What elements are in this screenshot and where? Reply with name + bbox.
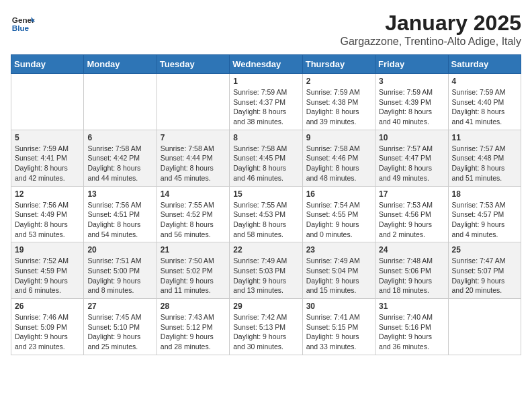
day-number: 5 — [15, 133, 80, 142]
day-info: Sunrise: 7:55 AM Sunset: 4:52 PM Dayligh… — [161, 200, 226, 240]
day-number: 28 — [161, 302, 226, 311]
day-info: Sunrise: 7:57 AM Sunset: 4:47 PM Dayligh… — [379, 144, 444, 183]
day-info: Sunrise: 7:58 AM Sunset: 4:42 PM Dayligh… — [87, 144, 152, 183]
calendar-cell: 29Sunrise: 7:42 AM Sunset: 5:13 PM Dayli… — [230, 299, 302, 355]
column-header-sunday: Sunday — [11, 55, 84, 74]
day-info: Sunrise: 7:52 AM Sunset: 4:59 PM Dayligh… — [15, 256, 80, 295]
day-info: Sunrise: 7:40 AM Sunset: 5:16 PM Dayligh… — [379, 312, 444, 352]
calendar-cell: 7Sunrise: 7:58 AM Sunset: 4:44 PM Daylig… — [157, 130, 229, 186]
calendar-cell: 28Sunrise: 7:43 AM Sunset: 5:12 PM Dayli… — [157, 299, 229, 355]
day-info: Sunrise: 7:59 AM Sunset: 4:41 PM Dayligh… — [15, 144, 80, 183]
day-info: Sunrise: 7:58 AM Sunset: 4:44 PM Dayligh… — [161, 144, 226, 183]
day-number: 1 — [233, 77, 298, 86]
calendar-week-row: 12Sunrise: 7:56 AM Sunset: 4:49 PM Dayli… — [11, 186, 521, 242]
day-info: Sunrise: 7:59 AM Sunset: 4:37 PM Dayligh… — [233, 87, 298, 127]
calendar-cell: 6Sunrise: 7:58 AM Sunset: 4:42 PM Daylig… — [84, 130, 157, 186]
day-info: Sunrise: 7:49 AM Sunset: 5:03 PM Dayligh… — [233, 256, 298, 295]
calendar-cell: 9Sunrise: 7:58 AM Sunset: 4:46 PM Daylig… — [302, 130, 375, 186]
column-header-saturday: Saturday — [448, 55, 521, 74]
calendar-cell: 20Sunrise: 7:51 AM Sunset: 5:00 PM Dayli… — [84, 242, 157, 299]
svg-text:Blue: Blue — [12, 24, 30, 32]
calendar-table: SundayMondayTuesdayWednesdayThursdayFrid… — [11, 54, 521, 355]
day-number: 25 — [452, 245, 517, 255]
calendar-cell — [157, 74, 229, 130]
day-info: Sunrise: 7:53 AM Sunset: 4:56 PM Dayligh… — [379, 200, 444, 240]
day-number: 12 — [15, 189, 80, 199]
column-header-wednesday: Wednesday — [230, 55, 302, 74]
day-number: 21 — [161, 245, 226, 255]
day-info: Sunrise: 7:56 AM Sunset: 4:51 PM Dayligh… — [87, 200, 152, 240]
calendar-cell: 31Sunrise: 7:40 AM Sunset: 5:16 PM Dayli… — [375, 299, 448, 355]
day-number: 7 — [161, 133, 226, 142]
calendar-week-row: 5Sunrise: 7:59 AM Sunset: 4:41 PM Daylig… — [11, 130, 521, 186]
day-info: Sunrise: 7:46 AM Sunset: 5:09 PM Dayligh… — [15, 312, 80, 352]
day-info: Sunrise: 7:47 AM Sunset: 5:07 PM Dayligh… — [452, 256, 517, 295]
calendar-cell: 1Sunrise: 7:59 AM Sunset: 4:37 PM Daylig… — [230, 74, 302, 130]
calendar-week-row: 26Sunrise: 7:46 AM Sunset: 5:09 PM Dayli… — [11, 299, 521, 355]
day-info: Sunrise: 7:48 AM Sunset: 5:06 PM Dayligh… — [379, 256, 444, 295]
calendar-cell: 26Sunrise: 7:46 AM Sunset: 5:09 PM Dayli… — [11, 299, 84, 355]
calendar-cell: 22Sunrise: 7:49 AM Sunset: 5:03 PM Dayli… — [230, 242, 302, 299]
day-info: Sunrise: 7:56 AM Sunset: 4:49 PM Dayligh… — [15, 200, 80, 240]
page-header: General Blue January 2025 Gargazzone, Tr… — [11, 11, 521, 48]
day-number: 16 — [306, 189, 371, 199]
calendar-cell: 30Sunrise: 7:41 AM Sunset: 5:15 PM Dayli… — [302, 299, 375, 355]
column-header-thursday: Thursday — [302, 55, 375, 74]
day-number: 27 — [87, 302, 152, 311]
column-header-monday: Monday — [84, 55, 157, 74]
day-info: Sunrise: 7:58 AM Sunset: 4:46 PM Dayligh… — [306, 144, 371, 183]
day-number: 31 — [379, 302, 444, 311]
calendar-cell: 23Sunrise: 7:49 AM Sunset: 5:04 PM Dayli… — [302, 242, 375, 299]
calendar-cell: 16Sunrise: 7:54 AM Sunset: 4:55 PM Dayli… — [302, 186, 375, 242]
calendar-cell: 10Sunrise: 7:57 AM Sunset: 4:47 PM Dayli… — [375, 130, 448, 186]
day-number: 2 — [306, 77, 371, 86]
day-number: 29 — [233, 302, 298, 311]
calendar-header-row: SundayMondayTuesdayWednesdayThursdayFrid… — [11, 55, 521, 74]
column-header-friday: Friday — [375, 55, 448, 74]
calendar-week-row: 1Sunrise: 7:59 AM Sunset: 4:37 PM Daylig… — [11, 74, 521, 130]
calendar-cell: 5Sunrise: 7:59 AM Sunset: 4:41 PM Daylig… — [11, 130, 84, 186]
day-info: Sunrise: 7:55 AM Sunset: 4:53 PM Dayligh… — [233, 200, 298, 240]
day-number: 15 — [233, 189, 298, 199]
day-number: 20 — [87, 245, 152, 255]
logo: General Blue — [11, 11, 35, 35]
day-number: 18 — [452, 189, 517, 199]
day-number: 9 — [306, 133, 371, 142]
day-number: 17 — [379, 189, 444, 199]
calendar-cell: 24Sunrise: 7:48 AM Sunset: 5:06 PM Dayli… — [375, 242, 448, 299]
day-number: 30 — [306, 302, 371, 311]
day-info: Sunrise: 7:57 AM Sunset: 4:48 PM Dayligh… — [452, 144, 517, 183]
day-info: Sunrise: 7:58 AM Sunset: 4:45 PM Dayligh… — [233, 144, 298, 183]
day-number: 3 — [379, 77, 444, 86]
day-info: Sunrise: 7:49 AM Sunset: 5:04 PM Dayligh… — [306, 256, 371, 295]
calendar-cell: 8Sunrise: 7:58 AM Sunset: 4:45 PM Daylig… — [230, 130, 302, 186]
calendar-cell: 11Sunrise: 7:57 AM Sunset: 4:48 PM Dayli… — [448, 130, 521, 186]
day-number: 24 — [379, 245, 444, 255]
logo-icon: General Blue — [11, 11, 35, 35]
calendar-cell: 13Sunrise: 7:56 AM Sunset: 4:51 PM Dayli… — [84, 186, 157, 242]
day-number: 22 — [233, 245, 298, 255]
page-title: January 2025 — [341, 11, 521, 36]
day-info: Sunrise: 7:51 AM Sunset: 5:00 PM Dayligh… — [87, 256, 152, 295]
page-subtitle: Gargazzone, Trentino-Alto Adige, Italy — [341, 36, 521, 48]
day-number: 26 — [15, 302, 80, 311]
day-info: Sunrise: 7:43 AM Sunset: 5:12 PM Dayligh… — [161, 312, 226, 352]
day-info: Sunrise: 7:59 AM Sunset: 4:40 PM Dayligh… — [452, 87, 517, 127]
day-number: 13 — [87, 189, 152, 199]
calendar-cell: 21Sunrise: 7:50 AM Sunset: 5:02 PM Dayli… — [157, 242, 229, 299]
calendar-cell: 17Sunrise: 7:53 AM Sunset: 4:56 PM Dayli… — [375, 186, 448, 242]
calendar-cell: 12Sunrise: 7:56 AM Sunset: 4:49 PM Dayli… — [11, 186, 84, 242]
day-number: 10 — [379, 133, 444, 142]
day-info: Sunrise: 7:42 AM Sunset: 5:13 PM Dayligh… — [233, 312, 298, 352]
calendar-cell: 19Sunrise: 7:52 AM Sunset: 4:59 PM Dayli… — [11, 242, 84, 299]
day-number: 6 — [87, 133, 152, 142]
calendar-cell: 25Sunrise: 7:47 AM Sunset: 5:07 PM Dayli… — [448, 242, 521, 299]
column-header-tuesday: Tuesday — [157, 55, 229, 74]
calendar-cell — [11, 74, 84, 130]
day-number: 4 — [452, 77, 517, 86]
calendar-cell — [448, 299, 521, 355]
calendar-cell: 15Sunrise: 7:55 AM Sunset: 4:53 PM Dayli… — [230, 186, 302, 242]
day-info: Sunrise: 7:59 AM Sunset: 4:39 PM Dayligh… — [379, 87, 444, 127]
calendar-cell: 14Sunrise: 7:55 AM Sunset: 4:52 PM Dayli… — [157, 186, 229, 242]
calendar-cell — [84, 74, 157, 130]
